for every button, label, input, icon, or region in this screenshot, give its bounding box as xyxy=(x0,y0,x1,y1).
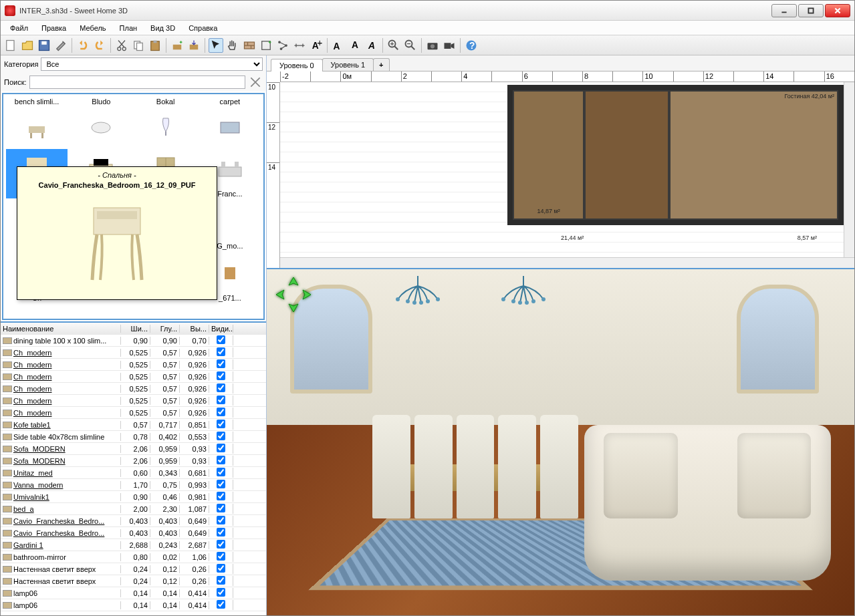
scrollbar-horizontal[interactable] xyxy=(280,257,854,268)
table-row[interactable]: Ch_modern0,5250,570,926 xyxy=(1,347,266,359)
zoom-in-icon[interactable] xyxy=(386,38,401,53)
visible-checkbox[interactable] xyxy=(217,408,225,416)
visible-checkbox[interactable] xyxy=(217,335,225,344)
table-row[interactable]: bed_a2,002,301,087 xyxy=(1,503,266,515)
visible-checkbox[interactable] xyxy=(217,516,225,524)
scrollbar-vertical[interactable] xyxy=(844,82,854,257)
visible-checkbox[interactable] xyxy=(217,588,225,597)
catalog-item[interactable]: carpet xyxy=(199,97,261,146)
photo-icon[interactable] xyxy=(425,38,440,53)
undo-icon[interactable] xyxy=(76,38,90,53)
table-row[interactable]: Vanna_modern1,700,750,993 xyxy=(1,479,266,491)
visible-checkbox[interactable] xyxy=(217,480,225,488)
import-icon[interactable] xyxy=(187,38,201,53)
minimize-button[interactable] xyxy=(771,4,797,17)
help-icon[interactable]: ? xyxy=(464,38,479,53)
add-furniture-icon[interactable] xyxy=(170,38,185,53)
tab-level-0[interactable]: Уровень 0 xyxy=(271,59,323,71)
search-input[interactable] xyxy=(29,75,245,89)
visible-checkbox[interactable] xyxy=(217,576,225,585)
table-row[interactable]: dining table 100 x 100 slim...0,900,900,… xyxy=(1,335,266,347)
table-row[interactable]: Ch_modern0,5250,570,926 xyxy=(1,383,266,395)
category-select[interactable]: Все xyxy=(41,57,263,71)
visible-checkbox[interactable] xyxy=(217,504,225,512)
visible-checkbox[interactable] xyxy=(217,347,225,356)
visible-checkbox[interactable] xyxy=(217,396,225,404)
pan-icon[interactable] xyxy=(225,38,240,53)
table-row[interactable]: Ch_modern0,5250,570,926 xyxy=(1,407,266,419)
furniture-list[interactable]: Наименование Ши... Глу... Вы... Види... … xyxy=(1,321,266,615)
visible-checkbox[interactable] xyxy=(217,432,225,440)
table-row[interactable]: Sofa_MODERN2,060,9590,93 xyxy=(1,455,266,467)
create-text-icon[interactable]: A+ xyxy=(309,38,324,53)
text-big-icon[interactable]: A xyxy=(331,38,346,53)
tab-add[interactable]: + xyxy=(373,58,389,71)
table-row[interactable]: Ch_modern0,5250,570,926 xyxy=(1,371,266,383)
menu-edit[interactable]: Правка xyxy=(35,23,73,33)
nav-down-icon[interactable] xyxy=(287,301,299,313)
zoom-out-icon[interactable] xyxy=(403,38,418,53)
nav-left-icon[interactable] xyxy=(275,289,287,301)
text-italic-icon[interactable]: A xyxy=(364,38,379,53)
table-row[interactable]: Side table 40x78cm slimline0,780,4020,55… xyxy=(1,431,266,443)
create-walls-icon[interactable] xyxy=(242,38,257,53)
table-row[interactable]: Sofa_MODERN2,060,9590,93 xyxy=(1,443,266,455)
visible-checkbox[interactable] xyxy=(217,420,225,428)
visible-checkbox[interactable] xyxy=(217,359,225,368)
plan-view[interactable]: -20м246810121416 101214 14,87 м² Гостина… xyxy=(267,71,854,269)
save-icon[interactable] xyxy=(37,38,51,53)
nav-right-icon[interactable] xyxy=(300,289,312,301)
cut-icon[interactable] xyxy=(114,38,129,53)
search-clear-icon[interactable] xyxy=(248,75,263,90)
visible-checkbox[interactable] xyxy=(217,492,225,500)
col-width[interactable]: Ши... xyxy=(121,325,150,333)
menu-file[interactable]: Файл xyxy=(3,23,35,33)
open-icon[interactable] xyxy=(20,38,35,53)
table-row[interactable]: Kofe table10,570,7170,851 xyxy=(1,419,266,431)
menu-help[interactable]: Справка xyxy=(182,23,224,33)
table-row[interactable]: Gardini 12,6880,2432,687 xyxy=(1,539,266,551)
maximize-button[interactable] xyxy=(798,4,824,17)
table-row[interactable]: Cavio_Francheska_Bedro...0,4030,4030,649 xyxy=(1,527,266,539)
col-visible[interactable]: Види... xyxy=(209,325,233,333)
furniture-catalog[interactable]: bench slimli... Bludo Bokal carpet Ca Fr… xyxy=(2,93,265,320)
visible-checkbox[interactable] xyxy=(217,552,225,561)
catalog-item[interactable]: bench slimli... xyxy=(6,97,68,146)
plan-canvas[interactable]: 14,87 м² Гостиная 42,04 м² 21,44 м² 8,57… xyxy=(280,82,844,257)
nav-up-icon[interactable] xyxy=(287,276,299,288)
col-height[interactable]: Вы... xyxy=(180,325,209,333)
visible-checkbox[interactable] xyxy=(217,600,225,609)
visible-checkbox[interactable] xyxy=(217,564,225,573)
tab-level-1[interactable]: Уровень 1 xyxy=(322,58,374,71)
select-icon[interactable] xyxy=(209,38,223,53)
create-rooms-icon[interactable] xyxy=(259,38,273,53)
visible-checkbox[interactable] xyxy=(217,371,225,380)
table-row[interactable]: Ch_modern0,5250,570,926 xyxy=(1,395,266,407)
col-name[interactable]: Наименование xyxy=(1,325,121,333)
table-row[interactable]: Unitaz_med0,600,3430,681 xyxy=(1,467,266,479)
catalog-item[interactable]: Bokal xyxy=(135,97,197,146)
create-polyline-icon[interactable] xyxy=(275,38,290,53)
view-3d[interactable] xyxy=(267,269,854,615)
table-row[interactable]: bathroom-mirror0,800,021,06 xyxy=(1,551,266,563)
create-dims-icon[interactable] xyxy=(292,38,307,53)
table-row[interactable]: lamp060,140,140,414 xyxy=(1,587,266,599)
visible-checkbox[interactable] xyxy=(217,383,225,392)
catalog-item[interactable]: Bludo xyxy=(70,97,132,146)
new-icon[interactable] xyxy=(3,38,18,53)
table-row[interactable]: Настенная светит вверх0,240,120,26 xyxy=(1,563,266,575)
menu-furniture[interactable]: Мебель xyxy=(73,23,112,33)
visible-checkbox[interactable] xyxy=(217,468,225,476)
table-row[interactable]: Ch_modern0,5250,570,926 xyxy=(1,359,266,371)
table-row[interactable]: Настенная светит вверх0,240,120,26 xyxy=(1,575,266,587)
visible-checkbox[interactable] xyxy=(217,540,225,549)
menu-plan[interactable]: План xyxy=(113,23,144,33)
video-icon[interactable] xyxy=(442,38,457,53)
prefs-icon[interactable] xyxy=(53,38,68,53)
close-button[interactable] xyxy=(825,4,850,17)
table-row[interactable]: Umivalnik10,900,460,981 xyxy=(1,491,266,503)
visible-checkbox[interactable] xyxy=(217,456,225,464)
col-depth[interactable]: Глу... xyxy=(150,325,180,333)
copy-icon[interactable] xyxy=(131,38,146,53)
paste-icon[interactable] xyxy=(148,38,162,53)
